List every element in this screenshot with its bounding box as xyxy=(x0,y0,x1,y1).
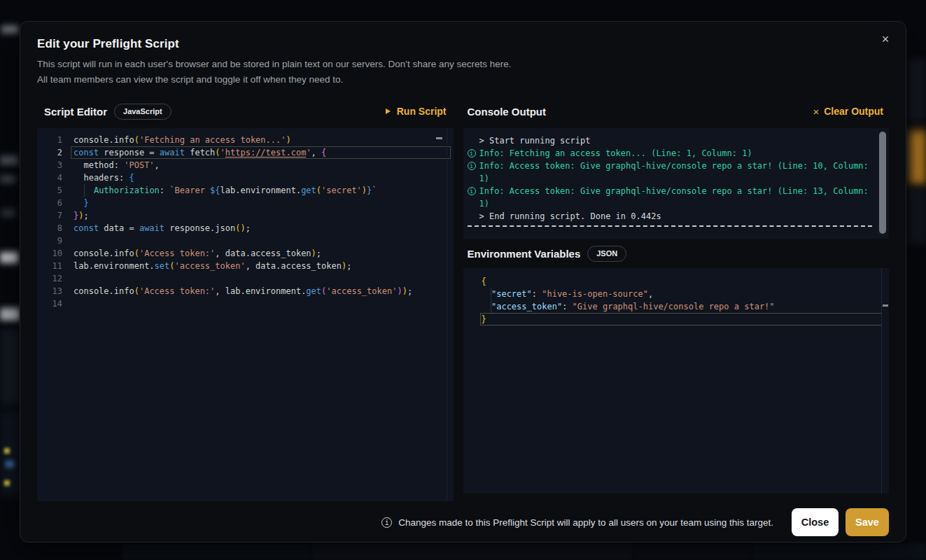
background-blob xyxy=(0,308,20,321)
line-number: 13 xyxy=(37,285,62,298)
env-json-line[interactable]: { xyxy=(480,275,882,288)
background-blob xyxy=(0,175,15,183)
console-entry-text: Info: Access token: Give graphql-hive/co… xyxy=(479,185,876,210)
line-number: 1 xyxy=(37,134,62,146)
line-number: 10 xyxy=(37,247,62,260)
console-entry: > Start running script xyxy=(468,134,876,147)
code-line[interactable]: 7}); xyxy=(37,209,454,222)
background-blob xyxy=(908,59,926,122)
modal-close-icon[interactable]: × xyxy=(875,29,896,50)
console-output: > Start running scriptInfo: Fetching an … xyxy=(463,128,889,239)
preflight-script-modal: × Edit your Preflight Script This script… xyxy=(20,21,906,542)
code-line[interactable]: 10console.info('Access token:', data.acc… xyxy=(37,247,454,260)
console-entry: > End running script. Done in 0.442s xyxy=(468,210,876,223)
console-entry: Info: Access token: Give graphql-hive/co… xyxy=(468,160,876,185)
line-number: 6 xyxy=(37,197,62,209)
code-line[interactable]: 6 } xyxy=(37,197,454,209)
console-entry: Info: Fetching an access token... (Line:… xyxy=(468,147,876,160)
console-entry-text: > Start running script xyxy=(479,134,591,147)
code-line[interactable]: 11lab.environment.set('access_token', da… xyxy=(37,260,454,272)
background-blob xyxy=(0,412,20,496)
line-number: 4 xyxy=(37,172,62,184)
env-json-line[interactable]: "access_token": "Give graphql-hive/conso… xyxy=(480,300,882,313)
modal-description-line1: This script will run in each user's brow… xyxy=(37,57,889,72)
line-number: 3 xyxy=(37,159,62,172)
code-text: lab.environment.set('access_token', data… xyxy=(71,260,451,272)
line-number: 11 xyxy=(37,260,62,272)
code-line[interactable]: 9 xyxy=(37,234,454,247)
background-blob xyxy=(1,25,18,34)
environment-variables-editor[interactable]: { "secret": "hive-is-open-source", "acce… xyxy=(463,268,889,493)
info-circle-icon xyxy=(468,187,476,195)
background-blob xyxy=(311,543,633,560)
indent-guide xyxy=(491,288,491,313)
console-entry: Info: Access token: Give graphql-hive/co… xyxy=(468,185,876,210)
code-line[interactable]: 1console.info('Fetching an access token.… xyxy=(37,134,454,146)
console-entry-text: Info: Access token: Give graphql-hive/co… xyxy=(479,160,876,185)
code-line[interactable]: 12 xyxy=(37,272,454,285)
code-line[interactable]: 8const data = await response.json(); xyxy=(37,222,454,234)
background-blob xyxy=(0,329,20,406)
code-text: method: 'POST', xyxy=(71,159,451,172)
language-badge: JavaScript xyxy=(114,104,171,120)
footer-note: Changes made to this Preflight Script wi… xyxy=(398,517,773,528)
console-indent xyxy=(468,212,476,220)
save-button[interactable]: Save xyxy=(846,508,889,536)
line-number: 9 xyxy=(37,234,62,247)
background-blob xyxy=(633,543,752,560)
run-script-button[interactable]: Run Script xyxy=(386,106,447,117)
code-text xyxy=(71,272,451,285)
info-circle-icon xyxy=(468,149,476,158)
code-text: headers: { xyxy=(71,172,451,184)
background-blob xyxy=(909,130,926,185)
code-text: const data = await response.json(); xyxy=(71,222,451,234)
background-blob xyxy=(0,252,18,263)
console-output-title: Console Output xyxy=(468,106,547,118)
code-line[interactable]: 2const response = await fetch('https://t… xyxy=(37,146,454,159)
line-number: 5 xyxy=(37,184,62,197)
background-blob xyxy=(752,543,926,560)
console-entry-text: > End running script. Done in 0.442s xyxy=(479,210,661,223)
env-json-line[interactable]: "secret": "hive-is-open-source", xyxy=(480,288,882,300)
play-icon xyxy=(386,108,391,114)
code-line[interactable]: 14 xyxy=(37,298,454,310)
background-blob xyxy=(0,155,18,165)
indent-guide xyxy=(84,184,85,197)
info-circle-icon xyxy=(468,162,476,170)
run-script-label: Run Script xyxy=(397,106,447,117)
overview-ruler xyxy=(447,128,447,501)
modal-description-line2: All team members can view the script and… xyxy=(37,72,889,88)
console-entry-text: Info: Fetching an access token... (Line:… xyxy=(479,147,752,160)
background-blob xyxy=(4,480,10,486)
overview-ruler-cursor-mark xyxy=(436,137,442,139)
modal-title: Edit your Preflight Script xyxy=(37,37,889,51)
code-line[interactable]: 3 method: 'POST', xyxy=(37,159,454,172)
overview-ruler-cursor-mark xyxy=(883,304,888,307)
code-line[interactable]: 5 Authorization: `Bearer ${lab.environme… xyxy=(37,184,454,197)
code-text xyxy=(71,298,451,310)
script-editor-title: Script Editor xyxy=(44,106,107,118)
background-blob xyxy=(6,461,14,468)
code-line[interactable]: 13console.info('Access token:', lab.envi… xyxy=(37,285,454,298)
console-separator xyxy=(468,225,872,227)
code-text: } xyxy=(71,197,451,209)
line-number: 8 xyxy=(37,222,62,234)
line-number: 7 xyxy=(37,209,62,222)
clear-output-button[interactable]: × Clear Output xyxy=(813,106,883,117)
json-badge: JSON xyxy=(587,246,626,262)
clear-output-label: Clear Output xyxy=(824,106,883,117)
code-text: console.info('Access token:', data.acces… xyxy=(71,247,451,260)
code-text: console.info('Access token:', lab.enviro… xyxy=(71,285,451,298)
console-indent xyxy=(468,136,476,145)
line-number: 14 xyxy=(37,298,62,310)
line-number: 12 xyxy=(37,272,62,285)
script-editor[interactable]: 1console.info('Fetching an access token.… xyxy=(37,128,454,501)
info-circle-icon xyxy=(381,517,392,528)
clear-icon: × xyxy=(813,106,819,117)
code-text: Authorization: `Bearer ${lab.environment… xyxy=(71,184,451,197)
code-line[interactable]: 4 headers: { xyxy=(37,172,454,184)
close-button[interactable]: Close xyxy=(792,508,839,536)
console-scrollbar[interactable] xyxy=(879,132,886,234)
env-json-line[interactable]: } xyxy=(480,313,882,326)
line-number: 2 xyxy=(37,146,62,159)
